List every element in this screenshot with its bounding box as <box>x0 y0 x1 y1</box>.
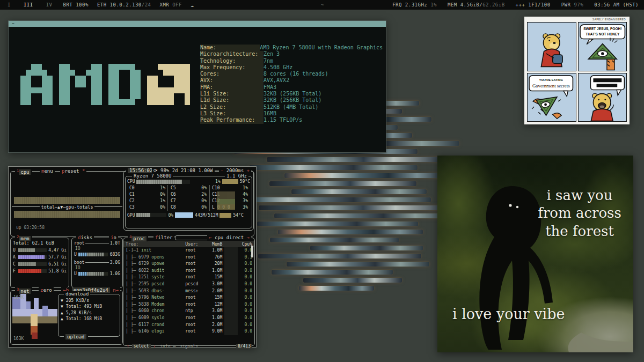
svg-text:SWEET JESUS, POOH!: SWEET JESUS, POOH! <box>583 27 621 31</box>
select-control[interactable]: ↑ select ↓ <box>127 344 156 349</box>
tab-cpu[interactable]: 1cpu <box>15 168 32 175</box>
disk-bar <box>78 253 108 256</box>
process-name: crond <box>151 322 164 327</box>
process-user: root <box>185 268 204 275</box>
uptime-label: up 03:20:58 <box>16 225 45 230</box>
process-row[interactable]: │ ├─ 6022 audit root 1.0M 0.0 <box>123 268 254 275</box>
terminal-titlebar[interactable]: ~ <box>9 21 386 27</box>
ethernet-module: ETH 10.0.2.130/24 <box>97 2 151 8</box>
net-stat-row: ▲ 5,28 KiB/s <box>58 309 120 315</box>
refresh-interval: - 2000ms + <box>219 168 251 173</box>
glitch-strip <box>258 254 421 258</box>
gpu-usage-bar <box>136 213 166 217</box>
svg-text:THAT'S NOT HONEY: THAT'S NOT HONEY <box>586 32 620 36</box>
process-name: init <box>141 248 151 253</box>
core-label: C2 <box>129 198 135 204</box>
clock: 03:56 AM (HST) <box>594 2 639 8</box>
process-row[interactable]: │ ├─ 6979 opens root 76M 0.1 <box>123 254 254 261</box>
spec-label: Technology: <box>200 58 264 64</box>
window-title-indicator: ~ <box>321 2 324 8</box>
menu-button[interactable]: menu <box>40 168 55 174</box>
process-mem: 1.0M <box>205 247 223 254</box>
svg-text:Government secrets: Government secrets <box>532 83 570 88</box>
process-row[interactable]: │ ├─ 5796 Netwo root 15M 0.0 <box>123 294 254 301</box>
workspace-4[interactable]: IV <box>44 2 55 8</box>
mem-row: A 57,7 Gi <box>11 254 69 261</box>
core-label: C3 <box>129 204 135 211</box>
process-row[interactable]: │ ├─ 2595 pcscd pcscd 3.0M 0.0 <box>123 281 254 288</box>
net-stat-row: ▼ 205 KiB/s <box>58 297 120 303</box>
process-row[interactable]: │ ├─ 6089 syslo root 1.0M 0.0 <box>123 315 254 322</box>
tab-mem[interactable]: 2mem <box>15 235 32 241</box>
process-row[interactable]: │ ├─ 5693 dbus- mess+ 2.0M 0.0 <box>123 288 254 295</box>
process-tree: [-]─1 <box>126 248 138 253</box>
process-user: root <box>185 301 204 308</box>
core-cell: C6 2% <box>168 191 209 198</box>
process-cpu: 0.1 <box>238 254 252 261</box>
filter-button[interactable]: filter <box>153 235 174 240</box>
process-mem: 2.0M <box>205 288 223 295</box>
glitch-strip <box>291 189 427 194</box>
glitch-strip <box>299 286 374 291</box>
mem-row-value: 51,8 Gi <box>48 269 67 274</box>
cpu-spec-table: Name: AMD Ryzen 7 5800U with Radeon Grap… <box>200 45 383 124</box>
process-tree: │ ├─ 6146 <box>126 329 149 334</box>
spec-row: Name: AMD Ryzen 7 5800U with Radeon Grap… <box>200 45 383 51</box>
vram-graph <box>175 212 193 218</box>
disk-boot-used: U1.0G <box>72 271 122 277</box>
disk-io-label: IO <box>72 246 122 252</box>
process-name: elogi <box>151 329 164 334</box>
spec-label: L1i Size: <box>200 91 264 97</box>
net-zero-button[interactable]: zero <box>39 287 54 293</box>
spec-label: Microarchitecture: <box>200 51 264 57</box>
battery-stats: ⟳ 98% 2d 21:08 1.00W <box>152 168 215 173</box>
workspace-1[interactable]: I <box>5 2 13 8</box>
core-grid-box: Ryzen 7 5800U 1.1 GHz CPU 1% 59°C <box>125 176 252 228</box>
preset-button[interactable]: preset * <box>60 168 86 174</box>
spec-row: L3 Size: 16MB <box>200 110 383 117</box>
spec-row: Peak Performance: 1.15 TFLOP/s <box>200 117 383 123</box>
sort-direction[interactable]: ← cpu direct → <box>207 235 251 240</box>
spec-value: 7nm <box>264 58 273 64</box>
process-user: root <box>185 254 204 261</box>
interval-minus-button[interactable]: - <box>221 168 223 173</box>
core-pct: 0% <box>160 204 165 211</box>
spec-label: Peak Performance: <box>200 117 264 123</box>
signals-control[interactable]: signals <box>180 344 198 349</box>
forest-meme-image: i saw you from across the forest i love … <box>437 156 633 352</box>
process-cpu: 0.0 <box>238 294 252 301</box>
process-header[interactable]: Tree: User: MemB Cpu% <box>123 241 254 247</box>
process-row[interactable]: │ ├─ 6146 elogi root 9.0M 0.0 <box>123 328 254 335</box>
cloud-icon: ☁ <box>191 2 194 8</box>
spec-label: AVX: <box>200 77 264 84</box>
updates-module: +++ 1F1/100 <box>516 2 551 8</box>
interval-plus-button[interactable]: + <box>247 168 250 173</box>
tab-disks[interactable]: disks <box>76 235 94 240</box>
tab-io[interactable]: io <box>109 235 118 240</box>
process-row[interactable]: │ ├─ 5838 Modem root 12M 0.0 <box>123 301 254 308</box>
process-cpu: 0.0 <box>238 288 252 295</box>
process-row[interactable]: │ ├─ 1251 syste root 15M 0.0 <box>123 274 254 281</box>
process-row[interactable]: │ ├─ 6117 crond root 2.0M 0.0 <box>123 322 254 329</box>
process-tree: │ ├─ 6060 <box>126 308 149 313</box>
frequency-module: FRQ 2.31GHz 1% <box>392 2 437 8</box>
process-user: root <box>185 261 204 268</box>
info-control[interactable]: info ↵ <box>160 344 175 349</box>
mem-row: C 6,51 Gi <box>11 261 69 268</box>
glitch-strip <box>269 181 416 186</box>
process-scrollbar[interactable] <box>251 246 253 257</box>
mem-bar <box>18 255 47 259</box>
process-row[interactable]: │ ├─ 6729 upowe root 20M 0.0 <box>123 261 254 268</box>
process-row[interactable]: │ ├─ 6060 chron ntp 3.0M 0.0 <box>123 308 254 315</box>
spec-row: Max Frequency: 4.508 GHz <box>200 64 383 71</box>
mem-bar <box>18 269 47 273</box>
tab-proc[interactable]: 4proc <box>128 235 148 241</box>
core-label: C6 <box>171 191 176 198</box>
brightness-module: BRT 100% <box>63 2 89 8</box>
svg-text:YOU'RE EATING: YOU'RE EATING <box>539 78 564 82</box>
workspace-3[interactable]: III <box>21 2 35 8</box>
process-user: ntp <box>185 308 204 315</box>
process-row[interactable]: [-]─1 init root 1.0M 0.0 <box>123 247 254 254</box>
process-tree: │ ├─ 5838 <box>126 302 149 307</box>
glitch-strip <box>249 165 417 170</box>
